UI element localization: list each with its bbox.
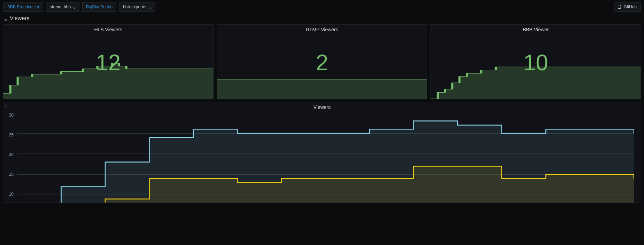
panel-title: HLS Viewers	[3, 25, 214, 33]
var-bigbluebutton-value: bbb-exporter	[123, 5, 147, 9]
panel-title: BBB Viewer	[430, 25, 641, 33]
panel-title: Viewers	[3, 102, 641, 111]
var-bigbluebutton-label[interactable]: BigBlueButton	[82, 2, 116, 12]
panel-rtmp-viewers[interactable]: RTMP Viewers 2	[217, 24, 428, 99]
panel-bbb-viewer[interactable]: BBB Viewer 10	[430, 24, 641, 99]
panel-title: RTMP Viewers	[217, 25, 427, 33]
panel-hls-viewers[interactable]: HLS Viewers 12	[3, 24, 214, 99]
y-tick: 30	[9, 113, 14, 118]
row-title: Viewers	[10, 15, 30, 22]
var-bbb-broadcaster-select[interactable]: stream.bbb	[46, 2, 79, 12]
stat-body: 12	[3, 33, 214, 99]
stat-value: 2	[316, 50, 328, 76]
dashboard-toolbar: BBB Broadcaster stream.bbb BigBlueButton…	[0, 0, 644, 14]
y-axis: 302520151050	[3, 113, 16, 203]
chevron-down-icon	[4, 17, 8, 20]
row-viewers-header[interactable]: Viewers	[0, 14, 644, 23]
info-icon[interactable]: i	[5, 104, 6, 108]
y-tick: 20	[9, 152, 14, 157]
stat-body: 2	[217, 33, 427, 99]
stat-value: 10	[523, 50, 548, 76]
chart-svg	[17, 113, 634, 203]
y-tick: 15	[9, 172, 14, 177]
stat-value: 12	[96, 50, 121, 76]
y-tick: 10	[9, 192, 14, 197]
svg-line-0	[619, 6, 621, 8]
main-panel-wrap: i Viewers 302520151050 17:4517:5017:5518…	[0, 101, 644, 206]
github-link[interactable]: GitHub	[614, 2, 641, 12]
y-tick: 25	[9, 133, 14, 137]
panel-viewers-chart[interactable]: i Viewers 302520151050 17:4517:5017:5518…	[3, 102, 641, 203]
chevron-down-icon	[73, 6, 76, 8]
stat-body: 10	[430, 33, 641, 99]
stat-panels-row: HLS Viewers 12 RTMP Viewers 2 BBB Viewer…	[0, 23, 644, 101]
chart-area: 302520151050	[3, 111, 641, 203]
var-bbb-broadcaster-label[interactable]: BBB Broadcaster	[3, 2, 43, 12]
var-bigbluebutton-select[interactable]: bbb-exporter	[119, 2, 155, 12]
github-link-label: GitHub	[624, 5, 637, 9]
var-bbb-broadcaster-value: stream.bbb	[50, 5, 71, 9]
external-link-icon	[618, 5, 622, 9]
chevron-down-icon	[149, 6, 152, 8]
